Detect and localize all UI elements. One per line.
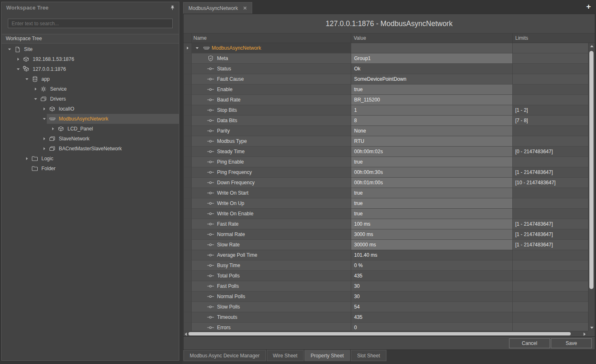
tree-item-body[interactable]: Folder: [29, 164, 179, 174]
row-gutter[interactable]: [183, 95, 192, 105]
value-cell[interactable]: 00h:01m:00s: [351, 178, 513, 188]
property-row-status[interactable]: StatusOk: [183, 64, 588, 74]
tree-item-body[interactable]: 127.0.0.1:1876: [21, 64, 179, 74]
scroll-down-arrow-icon[interactable]: [590, 327, 594, 329]
tree-item-body[interactable]: localIO: [47, 104, 179, 114]
property-row-steady-time[interactable]: Steady Time00h:00m:02s[0 - 2147483647]: [183, 147, 588, 157]
tree-item-modbusasyncnetwork[interactable]: ModbusAsyncNetwork: [2, 114, 179, 124]
tree-item-drivers[interactable]: Drivers: [2, 94, 179, 104]
grid-header-limits[interactable]: Limits: [513, 34, 595, 43]
row-gutter[interactable]: [183, 167, 192, 178]
name-cell[interactable]: Write On Start: [192, 188, 351, 198]
name-cell[interactable]: Enable: [192, 84, 351, 95]
name-cell[interactable]: Slow Rate: [192, 240, 351, 250]
value-cell[interactable]: 1: [351, 105, 513, 116]
name-cell[interactable]: Fast Rate: [192, 219, 351, 229]
tree-item-site[interactable]: Site: [2, 44, 179, 54]
row-gutter[interactable]: [183, 105, 192, 116]
value-cell[interactable]: 3000 ms: [351, 229, 513, 240]
horizontal-scrollbar[interactable]: [183, 331, 588, 336]
row-gutter[interactable]: [183, 136, 192, 147]
name-cell[interactable]: Timeouts: [192, 312, 351, 323]
row-gutter[interactable]: [183, 229, 192, 240]
property-row-errors[interactable]: Errors0: [183, 323, 588, 331]
value-cell[interactable]: true: [351, 188, 513, 198]
property-row-fault-cause[interactable]: Fault CauseSomeDevicePointDown: [183, 74, 588, 84]
property-row-parity[interactable]: ParityNone: [183, 126, 588, 136]
scroll-left-arrow-icon[interactable]: [185, 333, 187, 336]
value-cell[interactable]: BR_115200: [351, 95, 513, 105]
grid-header-name[interactable]: Name: [192, 34, 351, 43]
name-cell[interactable]: Total Polls: [192, 271, 351, 281]
property-row-average-poll-time[interactable]: Average Poll Time101.40 ms: [183, 250, 588, 260]
tree-item-body[interactable]: 192.168.1.53:1876: [21, 54, 179, 64]
expand-caret-icon[interactable]: [41, 106, 47, 112]
row-gutter[interactable]: [183, 157, 192, 167]
name-cell[interactable]: Write On Up: [192, 198, 351, 209]
tree-item-slavenetwork[interactable]: SlaveNetwork: [2, 134, 179, 144]
row-gutter[interactable]: [183, 188, 192, 198]
property-row-meta[interactable]: MetaGroup1: [183, 53, 588, 64]
expand-caret-icon[interactable]: [41, 136, 47, 142]
name-cell[interactable]: Fault Cause: [192, 74, 351, 84]
tree-item-body[interactable]: BACnetMasterSlaveNetwork: [47, 144, 179, 154]
row-gutter[interactable]: [183, 219, 192, 229]
property-row-enable[interactable]: Enabletrue: [183, 84, 588, 95]
name-cell[interactable]: Normal Rate: [192, 229, 351, 240]
property-row-ping-enable[interactable]: Ping Enabletrue: [183, 157, 588, 167]
name-cell[interactable]: Steady Time: [192, 147, 351, 157]
row-gutter[interactable]: [183, 260, 192, 271]
name-cell[interactable]: Stop Bits: [192, 105, 351, 116]
property-row-write-on-start[interactable]: Write On Starttrue: [183, 188, 588, 198]
row-gutter[interactable]: [183, 209, 192, 219]
property-row-down-frequency[interactable]: Down Frequency00h:01m:00s[10 - 214748364…: [183, 178, 588, 188]
scroll-up-arrow-icon[interactable]: [590, 45, 594, 47]
value-cell[interactable]: Group1: [351, 53, 513, 64]
property-row-ping-frequency[interactable]: Ping Frequency00h:00m:30s[1 - 2147483647…: [183, 167, 588, 178]
tree-item-body[interactable]: LCD_Panel: [55, 124, 179, 134]
property-row-slow-rate[interactable]: Slow Rate30000 ms[1 - 2147483647]: [183, 240, 588, 250]
name-cell[interactable]: Meta: [192, 53, 351, 64]
name-cell[interactable]: Down Frequency: [192, 178, 351, 188]
network-row-modbusasyncnetwork[interactable]: ModbusAsyncNetwork: [183, 43, 588, 53]
name-cell[interactable]: Busy Time: [192, 260, 351, 271]
property-row-normal-polls[interactable]: Normal Polls30: [183, 292, 588, 302]
value-cell[interactable]: 00h:00m:30s: [351, 167, 513, 178]
row-gutter[interactable]: [183, 178, 192, 188]
tree-item-body[interactable]: Site: [12, 44, 179, 54]
name-cell[interactable]: Slow Polls: [192, 302, 351, 312]
tree-item-lcd-panel[interactable]: LCD_Panel: [2, 124, 179, 134]
row-gutter[interactable]: [183, 116, 192, 126]
row-gutter[interactable]: [183, 126, 192, 136]
scroll-right-arrow-icon[interactable]: [584, 333, 586, 336]
value-cell[interactable]: 00h:00m:02s: [351, 147, 513, 157]
property-row-normal-rate[interactable]: Normal Rate3000 ms[1 - 2147483647]: [183, 229, 588, 240]
name-cell[interactable]: Status: [192, 64, 351, 74]
close-icon[interactable]: [243, 6, 247, 10]
value-cell[interactable]: None: [351, 126, 513, 136]
expand-caret-icon[interactable]: [24, 156, 29, 162]
value-cell[interactable]: true: [351, 84, 513, 95]
row-gutter[interactable]: [183, 292, 192, 302]
tree-item-body[interactable]: SlaveNetwork: [47, 134, 179, 144]
collapse-caret-icon[interactable]: [24, 77, 29, 82]
property-row-slow-polls[interactable]: Slow Polls54: [183, 302, 588, 312]
row-gutter[interactable]: [183, 43, 192, 53]
expand-caret-icon[interactable]: [41, 146, 47, 152]
tree-item-body[interactable]: Logic: [29, 154, 179, 164]
name-cell[interactable]: Average Poll Time: [192, 250, 351, 260]
name-cell[interactable]: Normal Polls: [192, 292, 351, 302]
name-cell[interactable]: Fast Polls: [192, 281, 351, 292]
row-gutter[interactable]: [183, 64, 192, 74]
name-cell[interactable]: ModbusAsyncNetwork: [192, 43, 351, 53]
row-gutter[interactable]: [183, 240, 192, 250]
tree-search-input[interactable]: [8, 19, 173, 28]
property-row-total-polls[interactable]: Total Polls435: [183, 271, 588, 281]
row-gutter[interactable]: [183, 302, 192, 312]
collapse-caret-icon[interactable]: [33, 96, 38, 102]
name-cell[interactable]: Baud Rate: [192, 95, 351, 105]
row-gutter[interactable]: [183, 323, 192, 331]
save-button[interactable]: Save: [551, 338, 592, 348]
value-cell[interactable]: 30000 ms: [351, 240, 513, 250]
tree-item-body[interactable]: Service: [38, 84, 179, 94]
